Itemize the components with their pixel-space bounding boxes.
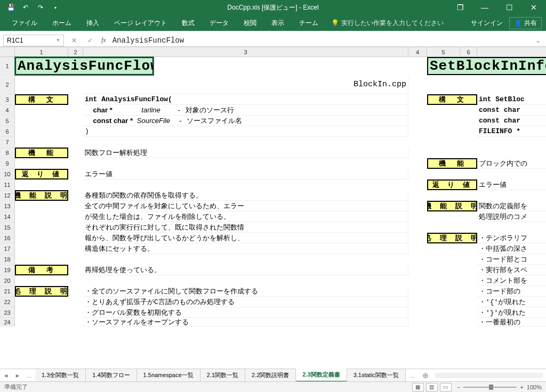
- row-header[interactable]: 1: [0, 57, 15, 75]
- cell[interactable]: 全ての中間ファイルを対象にしているため、エラー: [83, 201, 408, 211]
- add-sheet-button[interactable]: ⊕: [419, 371, 432, 380]
- cell[interactable]: 構 文: [427, 94, 477, 105]
- row-header[interactable]: 7: [0, 137, 15, 148]
- cell[interactable]: ・実行部をスペ: [477, 265, 546, 275]
- formula-bar[interactable]: AnalysisFuncFlow: [113, 36, 529, 45]
- row-header[interactable]: 17: [0, 243, 15, 254]
- name-box[interactable]: R1C1 ▼: [3, 35, 64, 46]
- cell[interactable]: ・'{'が現れた: [477, 297, 546, 307]
- row-header[interactable]: 8: [0, 148, 15, 158]
- cell[interactable]: SetBlockInInfo: [427, 57, 546, 75]
- cell[interactable]: 構造体にセットする。: [83, 243, 408, 254]
- tab-pagelayout[interactable]: ページ レイアウト: [107, 15, 174, 31]
- row-header[interactable]: 11: [0, 179, 15, 190]
- sheet-tab[interactable]: 1.5namespace一覧: [137, 369, 200, 381]
- cell[interactable]: 機 能 説 明: [15, 190, 68, 201]
- sheet-tab[interactable]: 1.3全関数一覧: [35, 369, 86, 381]
- cell[interactable]: const char * SourceFile - ソースファイル名: [83, 116, 408, 126]
- sheet-tab-active[interactable]: 2.3関数定義書: [296, 369, 347, 382]
- column-header[interactable]: 5: [427, 47, 460, 57]
- qat-dropdown-icon[interactable]: ▾: [49, 1, 62, 14]
- row-header[interactable]: 19: [0, 265, 15, 275]
- cell[interactable]: AnalysisFuncFlow: [15, 57, 154, 75]
- cell[interactable]: ・全てのソースファイルに関して関数フローを作成する: [83, 286, 408, 297]
- zoom-slider[interactable]: [463, 387, 517, 388]
- cell[interactable]: ・グローバル変数を初期化する: [83, 307, 408, 318]
- cell[interactable]: int AnalysisFuncFlow(: [83, 94, 408, 105]
- cell[interactable]: char * tarline - 対象のソース行: [83, 105, 408, 116]
- minimize-button[interactable]: —: [472, 0, 497, 15]
- sheet-nav-prev-icon[interactable]: ►: [12, 372, 23, 379]
- row-header[interactable]: 23: [0, 307, 15, 318]
- cell[interactable]: ): [83, 126, 408, 137]
- tab-view[interactable]: 表示: [264, 15, 292, 31]
- cell[interactable]: 関数フロー解析処理: [83, 148, 408, 158]
- cell[interactable]: ・'}'が現れた: [477, 307, 546, 318]
- row-header[interactable]: 16: [0, 233, 15, 243]
- row-header[interactable]: 18: [0, 254, 15, 265]
- row-header[interactable]: 3: [0, 94, 15, 105]
- view-normal-icon[interactable]: ▦: [412, 383, 424, 391]
- cell[interactable]: 各種類の関数の依存関係を取得する。: [83, 190, 408, 201]
- column-header[interactable]: [477, 47, 546, 57]
- cell[interactable]: ・とりあえず拡張子がC言語のもののみ処理する: [83, 297, 408, 307]
- cell[interactable]: エラー値: [83, 169, 408, 179]
- close-button[interactable]: ✕: [521, 0, 546, 15]
- row-header[interactable]: 6: [0, 126, 15, 137]
- sheet-tab[interactable]: 2.2関数説明書: [245, 369, 296, 381]
- maximize-button[interactable]: ☐: [497, 0, 521, 15]
- cell[interactable]: int SetBloc: [477, 94, 546, 105]
- cell[interactable]: const char: [477, 116, 546, 126]
- cell[interactable]: ・コメント部を: [477, 275, 546, 286]
- cell[interactable]: 関数の定義部を: [477, 201, 546, 211]
- column-header[interactable]: 2: [68, 47, 83, 57]
- sheet-tab[interactable]: 2.1関数一覧: [200, 369, 245, 381]
- expand-formula-icon[interactable]: ⌄: [535, 37, 543, 44]
- column-header[interactable]: 3: [83, 47, 408, 57]
- cell[interactable]: 返 り 値: [427, 179, 477, 190]
- cell[interactable]: ブロック内での: [477, 158, 546, 169]
- row-header[interactable]: 2: [0, 75, 15, 94]
- view-pagebreak-icon[interactable]: ▭: [440, 383, 452, 391]
- tellme-search[interactable]: 💡 実行したい作業を入力してください: [331, 19, 444, 28]
- cell[interactable]: ・コード部の: [477, 286, 546, 297]
- view-pagelayout-icon[interactable]: ▥: [426, 383, 438, 391]
- tab-data[interactable]: データ: [202, 15, 236, 31]
- chevron-down-icon[interactable]: ▼: [56, 38, 60, 43]
- cell[interactable]: ・一番最初の: [477, 318, 546, 326]
- tab-formulas[interactable]: 数式: [174, 15, 202, 31]
- row-header[interactable]: 9: [0, 158, 15, 169]
- cell[interactable]: それぞれの実行行に対して、既に取得された関数情: [83, 222, 408, 233]
- row-header[interactable]: 12: [0, 190, 15, 201]
- cell[interactable]: 再帰処理を使っている。: [83, 265, 408, 275]
- sheet-nav-more[interactable]: ...: [23, 372, 35, 379]
- ribbon-display-icon[interactable]: ❐: [448, 0, 472, 15]
- zoom-level[interactable]: 100%: [527, 384, 542, 390]
- tab-insert[interactable]: 挿入: [79, 15, 107, 31]
- save-icon[interactable]: 💾: [4, 1, 17, 14]
- row-header[interactable]: 5: [0, 116, 15, 126]
- cell[interactable]: エラー値: [477, 179, 546, 190]
- cell[interactable]: 処 理 説 明: [427, 233, 477, 243]
- row-header[interactable]: 22: [0, 297, 15, 307]
- cell[interactable]: 備 考: [15, 265, 68, 275]
- column-header[interactable]: 1: [15, 47, 68, 57]
- cell[interactable]: 処理説明のコメ: [477, 211, 546, 222]
- tab-team[interactable]: チーム: [292, 15, 326, 31]
- cancel-formula-icon[interactable]: ✕: [69, 37, 79, 44]
- sheet-nav-first-icon[interactable]: ◄: [0, 372, 12, 379]
- cell[interactable]: ・中括弧の深さ: [477, 243, 546, 254]
- row-header[interactable]: 20: [0, 275, 15, 286]
- cell[interactable]: FILEINFO *: [477, 126, 546, 137]
- tab-review[interactable]: 校閲: [236, 15, 264, 31]
- redo-icon[interactable]: ↷: [34, 1, 47, 14]
- cell[interactable]: ・コード部とコ: [477, 254, 546, 265]
- zoom-in-button[interactable]: +: [520, 384, 523, 390]
- sheet-overflow[interactable]: ...: [406, 370, 419, 381]
- cell[interactable]: 機 能: [427, 158, 477, 169]
- cell[interactable]: 返 り 値: [15, 169, 68, 179]
- row-header[interactable]: 15: [0, 222, 15, 233]
- cell[interactable]: 報から、関数を呼び出しているかどうかを解析し、: [83, 233, 408, 243]
- zoom-out-button[interactable]: −: [457, 384, 460, 390]
- tab-home[interactable]: ホーム: [45, 15, 79, 31]
